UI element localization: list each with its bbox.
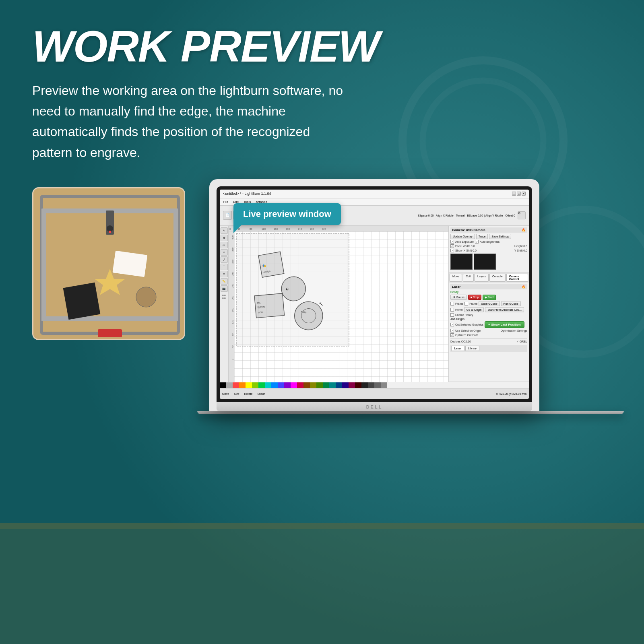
color-swatch[interactable] [342,382,349,388]
color-swatch[interactable] [355,382,361,388]
svg-text:320: 320 [231,259,234,264]
laptop-bottom-edge [197,411,624,414]
btn-update-overlay[interactable]: Update Overlay [450,234,475,239]
toolbar-settings-btn[interactable]: ⚙ [518,211,526,219]
minimize-btn[interactable]: — [512,192,516,196]
color-swatch[interactable] [271,382,278,388]
tool-text[interactable]: T [221,264,228,270]
laptop-base [217,402,532,411]
color-swatch[interactable] [297,382,303,388]
color-swatch[interactable] [258,382,265,388]
color-swatch[interactable] [233,382,239,388]
camera-panel-title: Camera: USB Camera 🔥 [450,227,527,233]
laser-section: Laser 🔥 Ready ⏸ Pause ■ Stop [449,283,529,382]
btn-start-from[interactable]: Start From: Absolute Coo... [485,307,524,312]
tool-circle[interactable]: ○ [221,249,228,256]
svg-text:280: 280 [231,271,234,276]
color-swatch[interactable] [226,382,233,388]
btn-show-last-position[interactable]: + Show Last Position [485,321,524,328]
tool-select[interactable]: ↖ [221,227,228,234]
chk-auto-brightness[interactable]: ✓ [475,240,479,244]
rotary-row: Enable Rotary [450,313,527,317]
svg-text:200: 200 [231,295,234,300]
color-swatches-container [220,382,387,388]
tool-node[interactable]: ⊕ [221,235,228,241]
lb-canvas[interactable]: 🎭 design ☯ [234,231,448,382]
color-swatch[interactable] [361,382,368,388]
tab-console[interactable]: Console [489,274,506,282]
color-swatch[interactable] [278,382,284,388]
btn-trace[interactable]: Trace [476,234,488,239]
tool-camera[interactable]: 📷 [221,285,228,292]
color-swatch[interactable] [381,382,387,388]
status-size: Size [231,392,242,395]
color-swatch[interactable] [323,382,329,388]
camera-check-row1: ✓ Auto Exposure ✓ Auto Brightness [450,240,527,244]
page-subtitle: Preview the working area on the lightbur… [32,80,346,163]
color-swatch[interactable] [291,382,297,388]
camera-preview-left [450,254,473,270]
chk-use-selection[interactable]: ✓ [450,329,454,332]
color-swatch[interactable] [252,382,258,388]
toolbar-btn-new[interactable]: 📄 [223,211,232,220]
bottom-section: Live preview window <untitled> * - Light… [32,187,612,414]
tab-laser[interactable]: Laser [451,346,464,351]
canvas-designs: 🎭 design ☯ [234,231,448,382]
color-swatch[interactable] [220,382,226,388]
color-swatch[interactable] [374,382,381,388]
svg-point-18 [136,287,156,307]
btn-start[interactable]: ▶ Start [483,295,496,300]
lb-tabs-bar: Move Cut/ Layers Console Camera Control [449,273,529,283]
menu-file[interactable]: File [223,200,228,204]
btn-save-settings[interactable]: Save Settings [489,234,511,239]
maximize-btn[interactable]: □ [517,192,521,196]
chk-show[interactable]: ✓ [450,249,454,252]
tab-camera[interactable]: Camera Control [506,274,528,282]
color-swatch[interactable] [239,382,246,388]
close-btn[interactable]: ✕ [522,192,526,196]
color-swatch[interactable] [336,382,342,388]
svg-text:🎭: 🎭 [262,263,267,268]
btn-run-gcode[interactable]: Run GCode [501,301,521,306]
tool-pen[interactable]: ✏ [221,271,228,277]
tab-layers[interactable]: Layers [475,274,489,282]
tool-measure[interactable]: 📏 [221,278,228,285]
tab-move[interactable]: Move [450,274,462,282]
color-swatch[interactable] [349,382,355,388]
chk-rotary[interactable] [450,313,454,317]
status-coords: x: 421.00, y: 226.90 mm [494,392,529,395]
svg-text:200: 200 [286,228,290,230]
page-title: WORK PREVIEW [32,24,612,68]
chk-fade[interactable]: ✓ [450,244,454,248]
chk-home[interactable] [450,308,454,312]
ruler-vertical: 400 360 320 280 240 200 160 120 [229,231,234,382]
svg-text:0: 0 [231,359,234,360]
tab-library[interactable]: Library [465,346,479,351]
chk-frame2[interactable] [464,302,468,305]
btn-save-gcode[interactable]: Save GCode [479,301,500,306]
color-swatch[interactable] [316,382,323,388]
svg-rect-17 [112,250,147,277]
btn-pause[interactable]: ⏸ Pause [450,295,467,300]
tool-rect[interactable]: ▭ [221,242,228,248]
color-swatch[interactable] [265,382,271,388]
tool-line[interactable]: ╱ [221,256,228,263]
btn-stop[interactable]: ■ Stop [468,295,481,300]
tab-cut[interactable]: Cut/ [463,274,474,282]
color-swatch[interactable] [368,382,374,388]
live-preview-label: Live preview window [243,209,331,219]
chk-auto-exposure[interactable]: ✓ [450,240,454,244]
svg-text:160: 160 [231,308,234,312]
camera-panel-icon: 🔥 [522,228,526,232]
chk-optimize[interactable]: ✓ [450,333,454,337]
color-swatch[interactable] [246,382,252,388]
color-swatch[interactable] [310,382,316,388]
camera-preview-right [474,254,496,270]
chk-cut-selected[interactable]: ✓ [450,323,454,326]
btn-go-origin[interactable]: Go to Origin [464,307,484,312]
color-swatch[interactable] [303,382,310,388]
color-swatch[interactable] [329,382,336,388]
chk-frame1[interactable] [450,302,454,305]
color-swatch[interactable] [284,382,291,388]
lb-right-panel: Camera: USB Camera 🔥 Update Overlay Trac… [448,226,529,382]
